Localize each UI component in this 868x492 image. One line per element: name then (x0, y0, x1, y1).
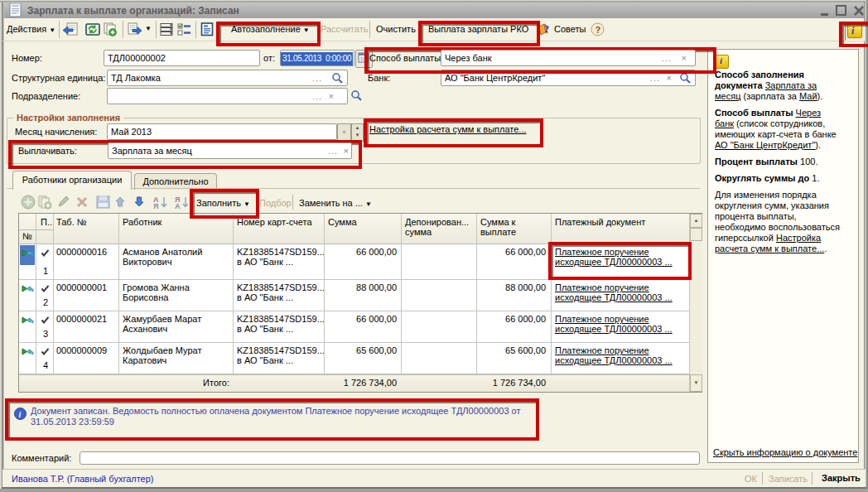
svg-text:Я: Я (153, 202, 158, 210)
svg-text:А: А (175, 202, 181, 210)
svg-text:?: ? (596, 25, 601, 35)
svg-text:?: ? (544, 23, 549, 35)
svg-text:i: i (19, 410, 22, 419)
